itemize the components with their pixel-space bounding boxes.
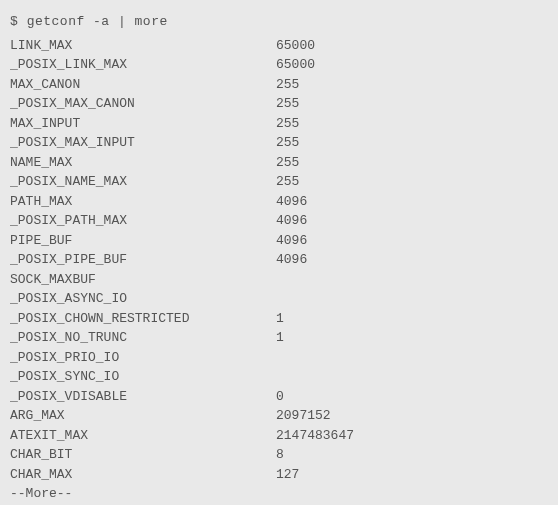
- variable-name: CHAR_BIT: [10, 445, 276, 465]
- getconf-row: ATEXIT_MAX2147483647: [10, 426, 548, 446]
- variable-name: PIPE_BUF: [10, 231, 276, 251]
- variable-value: 2097152: [276, 406, 548, 426]
- getconf-row: CHAR_MAX127: [10, 465, 548, 485]
- variable-name: _POSIX_MAX_CANON: [10, 94, 276, 114]
- getconf-row: _POSIX_LINK_MAX65000: [10, 55, 548, 75]
- variable-name: _POSIX_PATH_MAX: [10, 211, 276, 231]
- variable-name: _POSIX_SYNC_IO: [10, 367, 276, 387]
- variable-name: CHAR_MAX: [10, 465, 276, 485]
- variable-name: _POSIX_NO_TRUNC: [10, 328, 276, 348]
- variable-value: 4096: [276, 250, 548, 270]
- variable-name: _POSIX_PIPE_BUF: [10, 250, 276, 270]
- variable-name: _POSIX_PRIO_IO: [10, 348, 276, 368]
- getconf-row: LINK_MAX65000: [10, 36, 548, 56]
- variable-value: 65000: [276, 36, 548, 56]
- variable-value: 4096: [276, 211, 548, 231]
- getconf-row: CHAR_BIT8: [10, 445, 548, 465]
- variable-value: 255: [276, 133, 548, 153]
- variable-name: ATEXIT_MAX: [10, 426, 276, 446]
- variable-value: 2147483647: [276, 426, 548, 446]
- variable-name: LINK_MAX: [10, 36, 276, 56]
- variable-name: _POSIX_ASYNC_IO: [10, 289, 276, 309]
- command-line: $ getconf -a | more: [10, 12, 548, 32]
- variable-name: NAME_MAX: [10, 153, 276, 173]
- variable-value: 255: [276, 94, 548, 114]
- getconf-row: MAX_CANON255: [10, 75, 548, 95]
- variable-value: 127: [276, 465, 548, 485]
- variable-name: PATH_MAX: [10, 192, 276, 212]
- getconf-row: ARG_MAX2097152: [10, 406, 548, 426]
- getconf-row: _POSIX_PATH_MAX4096: [10, 211, 548, 231]
- getconf-row: _POSIX_PIPE_BUF4096: [10, 250, 548, 270]
- variable-value: 4096: [276, 231, 548, 251]
- variable-name: _POSIX_NAME_MAX: [10, 172, 276, 192]
- command-text: getconf -a | more: [27, 14, 168, 29]
- variable-name: MAX_CANON: [10, 75, 276, 95]
- getconf-rows: LINK_MAX65000_POSIX_LINK_MAX65000MAX_CAN…: [10, 36, 548, 485]
- variable-name: ARG_MAX: [10, 406, 276, 426]
- getconf-row: SOCK_MAXBUF: [10, 270, 548, 290]
- variable-value: 255: [276, 114, 548, 134]
- variable-value: 255: [276, 172, 548, 192]
- getconf-row: _POSIX_MAX_INPUT255: [10, 133, 548, 153]
- pager-more-prompt[interactable]: --More--: [10, 484, 548, 504]
- shell-prompt: $: [10, 14, 18, 29]
- getconf-row: _POSIX_ASYNC_IO: [10, 289, 548, 309]
- variable-name: _POSIX_CHOWN_RESTRICTED: [10, 309, 276, 329]
- getconf-row: MAX_INPUT255: [10, 114, 548, 134]
- variable-name: _POSIX_VDISABLE: [10, 387, 276, 407]
- getconf-row: PATH_MAX4096: [10, 192, 548, 212]
- getconf-row: _POSIX_SYNC_IO: [10, 367, 548, 387]
- variable-value: 8: [276, 445, 548, 465]
- variable-name: SOCK_MAXBUF: [10, 270, 276, 290]
- getconf-row: _POSIX_NO_TRUNC1: [10, 328, 548, 348]
- getconf-row: _POSIX_PRIO_IO: [10, 348, 548, 368]
- variable-name: MAX_INPUT: [10, 114, 276, 134]
- getconf-row: _POSIX_MAX_CANON255: [10, 94, 548, 114]
- getconf-row: NAME_MAX255: [10, 153, 548, 173]
- variable-name: _POSIX_MAX_INPUT: [10, 133, 276, 153]
- getconf-row: _POSIX_CHOWN_RESTRICTED1: [10, 309, 548, 329]
- variable-value: 255: [276, 153, 548, 173]
- variable-value: 1: [276, 309, 548, 329]
- variable-value: 0: [276, 387, 548, 407]
- getconf-row: _POSIX_VDISABLE0: [10, 387, 548, 407]
- getconf-row: PIPE_BUF4096: [10, 231, 548, 251]
- variable-value: 65000: [276, 55, 548, 75]
- terminal-output: $ getconf -a | more LINK_MAX65000_POSIX_…: [10, 12, 548, 504]
- variable-value: 1: [276, 328, 548, 348]
- variable-name: _POSIX_LINK_MAX: [10, 55, 276, 75]
- variable-value: 255: [276, 75, 548, 95]
- getconf-row: _POSIX_NAME_MAX255: [10, 172, 548, 192]
- variable-value: 4096: [276, 192, 548, 212]
